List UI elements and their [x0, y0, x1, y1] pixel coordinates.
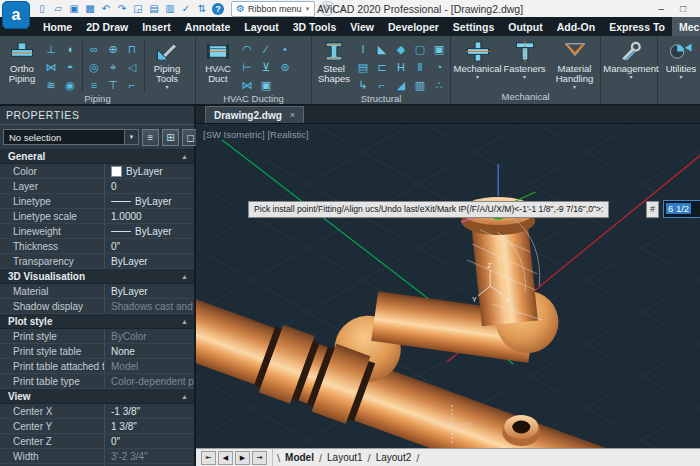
dropdown-arrow-icon[interactable]: ▼ — [124, 130, 138, 144]
angle-plate-icon[interactable]: ◢ — [393, 77, 409, 93]
duct-damper-icon[interactable]: ⋈ — [239, 77, 255, 93]
pipe-fitting-icon[interactable]: ⊥ — [43, 41, 59, 57]
sync-icon[interactable]: ⇅ — [196, 1, 208, 16]
nav-first-button[interactable]: ⇤ — [201, 451, 216, 465]
section-header[interactable]: 3D Visualisation▲ — [0, 269, 194, 284]
pig-launcher-icon[interactable]: ◖ — [62, 41, 78, 57]
property-value[interactable]: 0 — [104, 179, 194, 193]
nav-next-button[interactable]: ▶ — [235, 451, 250, 465]
management-button[interactable]: Management ▾ — [605, 39, 657, 80]
layout-tab-model[interactable]: Model — [280, 452, 319, 463]
save-as-icon[interactable]: ▩ — [84, 1, 96, 16]
section-header[interactable]: General▲ — [0, 149, 194, 164]
tab-output[interactable]: Output — [501, 17, 549, 36]
redo-icon[interactable]: ↷ — [116, 1, 128, 16]
layout-tab-layout1[interactable]: Layout1 — [322, 452, 368, 463]
pipe-label-icon[interactable]: ≡ — [86, 77, 102, 93]
property-value[interactable]: 3'-2 3/4" — [104, 449, 194, 463]
section-header[interactable]: View▲ — [0, 389, 194, 404]
app-logo-icon[interactable]: a — [2, 1, 30, 29]
property-value[interactable]: Color-dependent prin... — [104, 374, 194, 388]
duct-fan-icon[interactable]: ⊛ — [277, 59, 293, 75]
pipe-hanger-icon[interactable]: ⊓ — [124, 41, 140, 57]
bracket-icon[interactable]: ⌐ — [374, 77, 390, 93]
flex-pipe-icon[interactable]: ≋ — [43, 77, 59, 93]
tab-home[interactable]: Home — [36, 17, 79, 36]
pipe-stand-icon[interactable]: ⊤ — [105, 77, 121, 93]
duct-diagonal-icon[interactable]: ∕ — [258, 41, 274, 57]
hvac-duct-button[interactable]: HVAC Duct — [198, 39, 238, 84]
property-value[interactable]: ByLayer — [104, 194, 194, 208]
duct-box-icon[interactable]: ▣ — [258, 77, 274, 93]
property-value[interactable]: Model — [104, 359, 194, 373]
tab-3d-tools[interactable]: 3D Tools — [286, 17, 344, 36]
duct-elbow-icon[interactable]: ◠ — [239, 41, 255, 57]
pickadd-button[interactable]: ⊞ — [162, 129, 179, 146]
binoculars-icon[interactable]: ∞ — [86, 41, 102, 57]
property-value[interactable]: -1 3/8" — [104, 404, 194, 418]
open-icon[interactable]: ▱ — [52, 1, 64, 16]
tree-view-button[interactable]: ≡ — [142, 129, 159, 146]
acoustic-valve-icon[interactable]: ◁ — [124, 59, 140, 75]
check-icon[interactable]: ✓ — [180, 1, 192, 16]
selection-dropdown[interactable]: No selection ▼ — [3, 129, 139, 145]
property-value[interactable]: ByLayer — [104, 164, 194, 178]
ball-valve-icon[interactable]: ◉ — [62, 77, 78, 93]
layout-tab-layout2[interactable]: Layout2 — [371, 452, 417, 463]
square-tube-icon[interactable]: ▢ — [412, 41, 428, 57]
bolt-group-icon[interactable]: ∴ — [431, 77, 447, 93]
maximize-button[interactable]: □ — [680, 3, 686, 14]
tab-layout[interactable]: Layout — [237, 17, 285, 36]
viewport-controls-label[interactable]: [SW Isometric] [Realistic] — [203, 129, 309, 140]
print-icon[interactable]: ▤ — [148, 1, 160, 16]
channel-shape-icon[interactable]: ⊏ — [374, 59, 390, 75]
pipe-anchor-icon[interactable]: ⌖ — [105, 59, 121, 75]
tab-settings[interactable]: Settings — [446, 17, 501, 36]
utilities-button[interactable]: Utilities ▾ — [661, 39, 700, 80]
psd-valve-icon[interactable]: ⋈ — [43, 59, 59, 75]
property-value[interactable]: Shadows cast and rec... — [104, 299, 194, 313]
viewport-canvas[interactable]: Z Y X — [196, 124, 700, 448]
ibeam-icon[interactable]: Ⅰ — [355, 41, 371, 57]
mechanical-button[interactable]: Mechanical ▾ — [454, 39, 502, 80]
globe-valve-icon[interactable]: ◎ — [86, 59, 102, 75]
undo-icon[interactable]: ↶ — [100, 1, 112, 16]
pipe-bend-icon[interactable]: ⌐ — [124, 77, 140, 93]
tab-developer[interactable]: Developer — [381, 17, 446, 36]
steel-shapes-button[interactable]: Steel Shapes — [314, 39, 354, 84]
property-value[interactable]: 1.0000 — [104, 209, 194, 223]
fasteners-button[interactable]: Fasteners ▾ — [503, 39, 547, 80]
page-setup-icon[interactable]: ▥ — [164, 1, 176, 16]
property-value[interactable]: ByLayer — [104, 224, 194, 238]
hbeam-icon[interactable]: H — [393, 59, 409, 75]
grating-icon[interactable]: ▤ — [355, 59, 371, 75]
quarter-plate-icon[interactable]: ◔ — [431, 59, 447, 75]
duct-support-icon[interactable]: ⊻ — [258, 59, 274, 75]
help-icon[interactable]: ? — [212, 3, 224, 15]
hbeam-column-icon[interactable]: Ⅱ — [412, 59, 428, 75]
property-value[interactable]: 0" — [104, 434, 194, 448]
plate-shape-icon[interactable]: ◆ — [393, 41, 409, 57]
nav-prev-button[interactable]: ◀ — [218, 451, 233, 465]
tab-insert[interactable]: Insert — [135, 17, 178, 36]
property-value[interactable]: None — [104, 344, 194, 358]
property-value[interactable]: ByColor — [104, 329, 194, 343]
tab-add-on[interactable]: Add-On — [550, 17, 603, 36]
base-plate-icon[interactable]: ▣ — [431, 41, 447, 57]
angle-shape-icon[interactable]: ◣ — [374, 41, 390, 57]
ortho-piping-button[interactable]: Ortho Piping — [2, 39, 42, 84]
tab-express-to[interactable]: Express To — [602, 17, 672, 36]
tab-mech-q[interactable]: Mech-Q — [672, 17, 700, 36]
piping-tools-button[interactable]: Piping Tools ▾ — [147, 39, 187, 90]
tab-view[interactable]: View — [343, 17, 381, 36]
section-header[interactable]: Plot style▲ — [0, 314, 194, 329]
property-value[interactable]: ByLayer — [104, 284, 194, 298]
print-preview-icon[interactable]: ◲ — [132, 1, 144, 16]
material-handling-button[interactable]: Material Handling ▾ — [548, 39, 602, 90]
duct-point-icon[interactable]: • — [277, 41, 293, 57]
nav-last-button[interactable]: ⇥ — [252, 451, 267, 465]
save-icon[interactable]: ▣ — [68, 1, 80, 16]
minimize-button[interactable]: – — [658, 3, 664, 14]
valve-station-icon[interactable]: ⊕ — [105, 41, 121, 57]
property-value[interactable]: ByLayer — [104, 254, 194, 268]
